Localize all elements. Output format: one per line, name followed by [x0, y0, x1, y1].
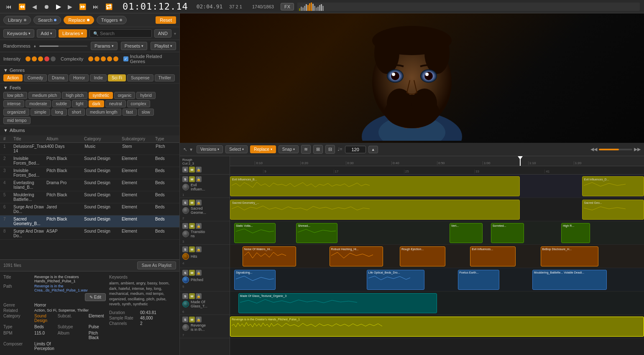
feel-low-pitch[interactable]: low pitch	[3, 92, 27, 99]
save-playlist-btn[interactable]: Save As Playlist	[137, 261, 176, 269]
params-dropdown[interactable]: Params	[91, 42, 118, 50]
rewind-btn[interactable]: ⏪	[17, 3, 27, 11]
tracks-scroll-area[interactable]: Evil Influences_B... Evil Influences_D..…	[230, 175, 644, 355]
table-row[interactable]: 1 DelusionsF_Track 14 400 Days Music Ste…	[0, 143, 179, 155]
cursor-tool-icon[interactable]: ↖	[183, 147, 187, 152]
feel-medium-pitch[interactable]: medium pitch	[28, 92, 61, 99]
tempo-up-btn[interactable]: ▲	[368, 146, 378, 153]
fx-btn[interactable]: FX	[281, 3, 294, 10]
clip-pitch-2[interactable]: Life Optical_Beds_Dro...	[367, 270, 425, 290]
table-row[interactable]: 4 Everlasting Island_B... Drama Pro Soun…	[0, 179, 179, 191]
record-btn[interactable]: ⏺	[42, 3, 51, 11]
genre-tag-thriller[interactable]: Thriller	[155, 74, 175, 81]
play-btn[interactable]: ▶	[54, 2, 63, 11]
region-icon-btn[interactable]: ⊟	[325, 145, 335, 154]
tempo-input[interactable]	[345, 146, 366, 153]
track-7-solo[interactable]: S	[182, 317, 188, 322]
add-dropdown[interactable]: Add	[37, 29, 56, 38]
table-row-selected[interactable]: 7 Sacred Geometry_B... Pitch Black Sound…	[0, 216, 179, 228]
track-7-knob[interactable]	[182, 324, 189, 331]
clip-hits-1[interactable]: Noise Of Waters_Hi...	[243, 246, 296, 266]
include-related-checkbox[interactable]: ✓	[123, 56, 128, 61]
cursor-down-icon[interactable]: ▾	[190, 147, 192, 152]
genre-tag-indie[interactable]: Indie	[90, 74, 107, 81]
feel-dark[interactable]: dark	[89, 100, 104, 107]
feels-header[interactable]: ▼ Feels	[3, 85, 176, 90]
clip-trans-5[interactable]: High R...	[561, 223, 590, 243]
track-3-solo[interactable]: S	[182, 223, 188, 229]
search-input[interactable]	[100, 31, 148, 36]
clip-pitch-1[interactable]: Signalizing...	[234, 270, 276, 290]
edit-btn[interactable]: ✎ Edit	[85, 293, 106, 301]
feel-light[interactable]: light	[72, 100, 87, 107]
clip-trans-1[interactable]: Static Volta...	[234, 223, 276, 243]
genre-tag-drama[interactable]: Drama	[48, 74, 68, 81]
track-6-solo[interactable]: S	[182, 293, 188, 299]
feel-neutral[interactable]: neutral	[105, 100, 126, 107]
feel-organic[interactable]: organic	[114, 92, 135, 99]
track-5-mute[interactable]: M	[189, 270, 195, 276]
track-3-knob[interactable]	[182, 231, 189, 237]
table-row[interactable]: 5 Mouldering Battlefie... Pitch Black So…	[0, 191, 179, 203]
clip-evil-end[interactable]: Evil Influences_D...	[582, 176, 644, 196]
feel-mid-tempo[interactable]: mid tempo	[3, 117, 31, 124]
genre-tag-comedy[interactable]: Comedy	[24, 74, 47, 81]
libraries-dropdown[interactable]: Libraries	[59, 29, 87, 38]
skip-back-btn[interactable]: ⏮	[4, 3, 13, 11]
track-1-mute[interactable]: M	[189, 176, 195, 182]
track-5-solo[interactable]: S	[182, 270, 188, 276]
frame-fwd-btn[interactable]: ▶	[66, 3, 74, 11]
feel-short[interactable]: short	[68, 109, 85, 116]
track-1-knob[interactable]	[182, 184, 189, 190]
track-1-lock[interactable]: 🔒	[196, 176, 202, 182]
zoom-out-icon[interactable]: ◀◀	[590, 147, 597, 152]
clip-hits-3[interactable]: Rough Ejection...	[400, 246, 445, 266]
randomness-slider[interactable]	[39, 46, 87, 47]
replace-btn[interactable]: Replace	[250, 145, 276, 153]
feel-hybrid[interactable]: hybrid	[136, 92, 155, 99]
zoom-slider[interactable]	[599, 149, 632, 150]
keywords-dropdown[interactable]: Keywords	[3, 29, 34, 38]
genre-tag-scifi[interactable]: Sci Fi	[108, 74, 126, 81]
track-5-knob[interactable]	[182, 276, 189, 283]
snap-btn[interactable]: Snap	[279, 145, 299, 153]
tab-replace[interactable]: Replace	[64, 16, 94, 24]
genre-tag-horror[interactable]: Horror	[69, 74, 89, 81]
tab-triggers[interactable]: Triggers	[97, 16, 127, 24]
track-4-solo[interactable]: S	[182, 246, 188, 252]
clip-trans-2[interactable]: Shrewd...	[296, 223, 337, 243]
feel-complex[interactable]: complex	[127, 100, 150, 107]
and-dropdown[interactable]: ▾	[174, 31, 176, 36]
mute-all-btn[interactable]: M	[189, 167, 195, 172]
track-2-mute[interactable]: M	[189, 200, 195, 205]
tab-library[interactable]: Library	[3, 16, 31, 24]
clip-pitch-3[interactable]: Foetus Earth...	[458, 270, 499, 290]
tab-search[interactable]: Search	[33, 16, 61, 24]
feel-long[interactable]: long	[51, 109, 67, 116]
clip-hits-2[interactable]: Robust Hashing_Hi...	[330, 246, 383, 266]
markers-icon-btn[interactable]: ⊞	[313, 145, 323, 154]
loop-btn[interactable]: 🔁	[104, 3, 114, 11]
table-row[interactable]: 6 Surge And Draw Do... Jared Sound Desig…	[0, 203, 179, 216]
feel-simple[interactable]: simple	[31, 109, 50, 116]
clip-pitch-4[interactable]: Mouldering_Battlefie... Volatile Deadl..…	[532, 270, 607, 290]
waveform-icon-btn[interactable]: ≋	[301, 145, 311, 154]
reset-btn[interactable]: Reset	[156, 16, 176, 24]
track-4-lock[interactable]: 🔒	[196, 246, 202, 252]
track-7-mute[interactable]: M	[189, 317, 195, 322]
fast-fwd-btn[interactable]: ⏩	[77, 3, 88, 11]
feel-slow[interactable]: slow	[138, 109, 154, 116]
clip-glass-main[interactable]: Made Of Glass_Textural_Organic_3	[238, 293, 437, 313]
genres-header[interactable]: ▼ Genres	[3, 68, 176, 73]
zoom-in-icon[interactable]: ▶▶	[634, 147, 641, 152]
versions-btn[interactable]: Versions	[197, 145, 223, 153]
track-4-mute[interactable]: M	[189, 246, 195, 252]
clip-sacred-end[interactable]: Sacred Geo...	[582, 200, 644, 220]
frame-back-btn[interactable]: ◀	[31, 3, 38, 11]
solo-all-btn[interactable]: S	[182, 167, 188, 172]
clip-trans-4[interactable]: Sorreted...	[491, 223, 524, 243]
feel-fast[interactable]: fast	[123, 109, 137, 116]
and-btn[interactable]: AND	[154, 29, 171, 38]
track-2-lock[interactable]: 🔒	[196, 200, 202, 205]
track-6-lock[interactable]: 🔒	[196, 293, 202, 299]
